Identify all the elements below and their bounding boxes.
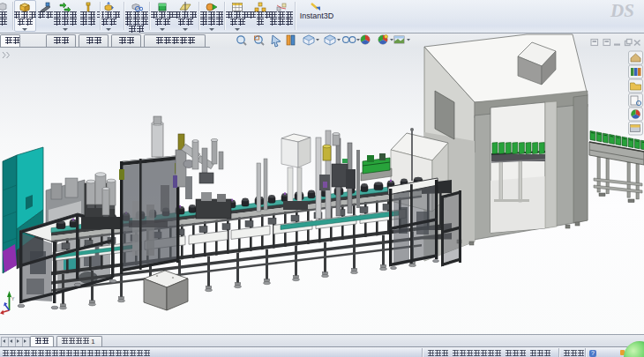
svg-text:DS: DS — [610, 0, 634, 21]
svg-text:Y: Y — [11, 296, 15, 301]
